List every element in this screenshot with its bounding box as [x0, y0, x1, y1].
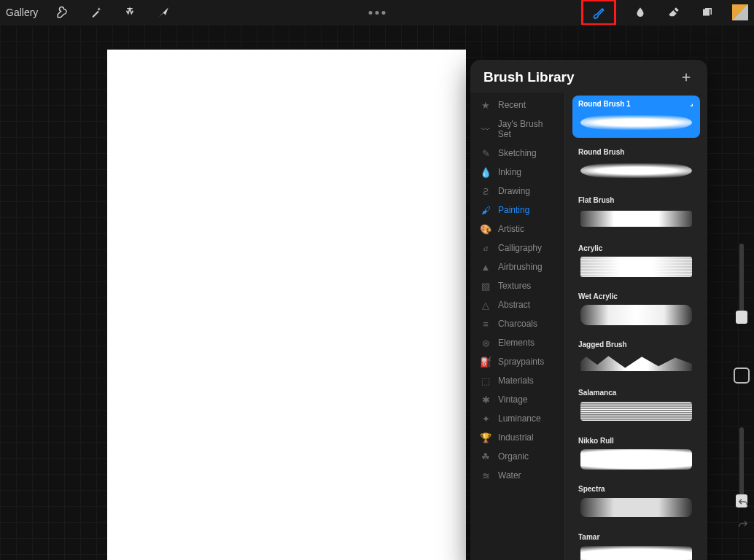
category-label: Luminance [498, 413, 541, 424]
brush-library-panel: Brush Library ★Recent〰Jay's Brush Set✎Sk… [470, 60, 707, 560]
category-item[interactable]: ⛽Spraypaints [470, 352, 564, 371]
brush-category-list[interactable]: ★Recent〰Jay's Brush Set✎Sketching💧Inking… [470, 93, 565, 560]
undo-icon[interactable] [735, 497, 751, 509]
brush-item[interactable]: Jagged Brush [572, 336, 700, 378]
spray-icon: ▲ [481, 262, 491, 272]
brush-library-header: Brush Library [470, 60, 707, 93]
category-label: Industrial [498, 432, 534, 443]
brush-tool-button[interactable] [582, 0, 615, 25]
acal-icon: 𝑎 [481, 243, 491, 253]
brush-size-slider[interactable] [739, 244, 744, 324]
brush-name-label: Flat Brush [578, 196, 694, 204]
category-item[interactable]: 🎨Artistic [470, 219, 564, 238]
brush-library-body: ★Recent〰Jay's Brush Set✎Sketching💧Inking… [470, 93, 707, 560]
category-item[interactable]: ⊛Elements [470, 333, 564, 352]
asterisk-icon: ✱ [481, 394, 491, 405]
category-item[interactable]: 🖌Painting [470, 201, 564, 219]
selection-icon[interactable] [121, 4, 139, 21]
category-item[interactable]: ★Recent [470, 96, 564, 114]
brush-item[interactable]: Wet Acrylic [572, 288, 700, 330]
category-label: Painting [498, 205, 529, 215]
pencil-icon: ✎ [481, 148, 491, 158]
category-item[interactable]: ▨Textures [470, 276, 564, 295]
transform-arrow-icon[interactable] [155, 4, 172, 21]
overflow-menu-icon[interactable] [369, 11, 386, 15]
category-item[interactable]: ≡Charcoals [470, 314, 564, 333]
category-item[interactable]: ≋Water [470, 466, 564, 485]
category-item[interactable]: 🏆Industrial [470, 428, 564, 447]
wand-icon[interactable] [88, 4, 105, 21]
category-label: Spraypaints [498, 357, 544, 367]
category-item[interactable]: ✦Luminance [470, 409, 564, 428]
drawing-canvas[interactable] [107, 50, 466, 560]
brush-item[interactable]: Flat Brush [572, 192, 700, 234]
sparkle-icon: ✦ [481, 413, 491, 424]
category-label: Charcoals [498, 319, 537, 329]
brush-item[interactable]: Round Brush [572, 144, 700, 186]
category-label: Organic [498, 451, 529, 462]
leaf-icon: ☘ [481, 451, 491, 462]
brush-name-label: Salamanca [578, 389, 694, 397]
add-brush-button[interactable] [678, 69, 694, 85]
category-item[interactable]: 𝑎Calligraphy [470, 238, 564, 257]
right-side-controls [729, 244, 754, 508]
swoosh-icon: 〰 [481, 124, 491, 134]
category-item[interactable]: 〰Jay's Brush Set [470, 114, 564, 144]
drop-icon: 💧 [481, 167, 491, 177]
brush-name-label: Nikko Rull [578, 437, 694, 445]
category-item[interactable]: ✎Sketching [470, 144, 564, 163]
color-swatch-button[interactable] [732, 4, 748, 20]
layers-icon[interactable] [699, 4, 716, 21]
category-label: Textures [498, 281, 531, 291]
wrench-icon[interactable] [54, 4, 71, 21]
brush-item[interactable]: Tamar [572, 529, 700, 560]
brush-preview [578, 254, 694, 279]
atom-icon: ⊛ [481, 338, 491, 348]
brush-item[interactable]: Round Brush 1⌄ [572, 96, 700, 138]
brush-name-label: Spectra [578, 485, 694, 493]
brush-preview [578, 447, 694, 472]
eraser-tool-icon[interactable] [665, 4, 683, 21]
category-label: Inking [498, 167, 521, 177]
toolbar-right-group [582, 0, 748, 25]
category-item[interactable]: △Abstract [470, 295, 564, 314]
category-item[interactable]: ƧDrawing [470, 182, 564, 201]
brush-list[interactable]: Round Brush 1⌄Round BrushFlat BrushAcryl… [565, 93, 707, 560]
category-label: Drawing [498, 186, 530, 196]
undo-redo-group [735, 497, 751, 531]
hatch-icon: ▨ [481, 281, 491, 291]
brush-name-label: Acrylic [578, 244, 694, 252]
category-item[interactable]: ▲Airbrushing [470, 257, 564, 276]
category-label: Jay's Brush Set [498, 119, 557, 139]
brush-item[interactable]: Salamanca [572, 384, 700, 427]
category-item[interactable]: ⬚Materials [470, 371, 564, 390]
brush-preview [578, 495, 694, 520]
brush-name-label: Round Brush 1⌄ [578, 100, 694, 108]
redo-icon[interactable] [735, 519, 751, 531]
category-item[interactable]: 💧Inking [470, 163, 564, 182]
brush-opacity-slider[interactable] [739, 427, 744, 508]
modify-button[interactable] [734, 368, 750, 384]
selected-check-icon: ⌄ [687, 99, 696, 109]
slider-thumb[interactable] [736, 311, 747, 324]
brush-item[interactable]: Spectra [572, 481, 700, 523]
brush-preview [578, 351, 694, 376]
brush-icon: 🖌 [481, 205, 491, 215]
brush-item[interactable]: Nikko Rull [572, 432, 700, 475]
category-item[interactable]: ✱Vintage [470, 390, 564, 409]
canvas-workspace: Brush Library ★Recent〰Jay's Brush Set✎Sk… [0, 25, 754, 560]
gallery-button[interactable]: Gallery [6, 7, 38, 18]
brush-preview [578, 543, 694, 560]
category-item[interactable]: ☘Organic [470, 447, 564, 466]
brush-preview [578, 206, 694, 231]
category-label: Sketching [498, 148, 537, 158]
smudge-tool-icon[interactable] [631, 4, 649, 21]
category-label: Elements [498, 338, 535, 348]
triangle-icon: △ [481, 300, 491, 310]
cube-icon: ⬚ [481, 376, 491, 386]
category-label: Materials [498, 376, 534, 386]
category-label: Abstract [498, 300, 530, 310]
brush-item[interactable]: Acrylic [572, 240, 700, 282]
category-label: Water [498, 470, 521, 481]
toolbar-left-group: Gallery [6, 4, 172, 21]
